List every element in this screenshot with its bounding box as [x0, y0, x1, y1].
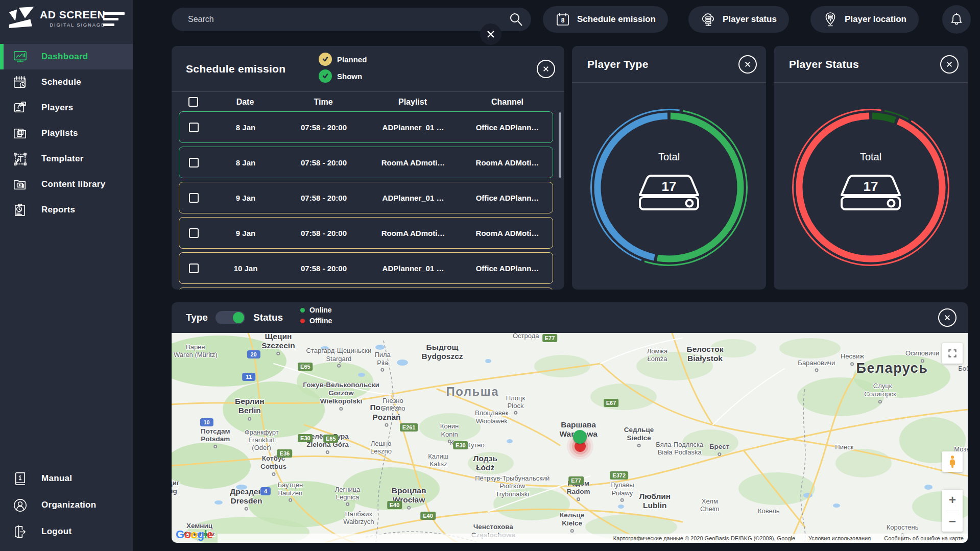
sidebar-item-reports[interactable]: Reports	[0, 197, 133, 223]
schedule-row[interactable]: 10 Jan07:58 - 20:00 ADPlanner_01 …Office…	[179, 252, 553, 284]
map-city-label: Пинск	[835, 443, 853, 451]
map-fullscreen-button[interactable]	[942, 343, 963, 364]
map-city-label: Кельце Kielce	[560, 511, 584, 533]
sidebar-item-organization[interactable]: Organization	[0, 492, 133, 518]
schedule-emission-label: Schedule emission	[577, 14, 656, 25]
close-icon	[946, 61, 953, 68]
logout-icon	[12, 524, 28, 540]
menu-toggle-icon[interactable]	[103, 12, 125, 29]
schedule-scrollbar[interactable]	[559, 112, 561, 178]
row-checkbox[interactable]	[189, 228, 199, 238]
topbar: 8 Schedule emission Player status Player…	[133, 0, 980, 39]
zoom-out-button[interactable]: −	[942, 511, 963, 532]
player-status-total-label: Total	[860, 151, 881, 162]
map-attribution: Картографические данные © 2020 GeoBasis-…	[218, 534, 968, 543]
map-city-label: Острода	[513, 333, 539, 340]
close-player-status-button[interactable]	[940, 55, 959, 74]
attribution-report-link[interactable]: Сообщить об ошибке на карте	[884, 535, 964, 541]
toggle-knob	[233, 312, 244, 323]
sidebar-item-logout[interactable]: Logout	[0, 518, 133, 545]
search-icon[interactable]	[508, 11, 524, 28]
map-zoom-control: + −	[942, 490, 963, 532]
close-schedule-panel-button[interactable]	[537, 60, 555, 78]
attribution-terms-link[interactable]: Условия использования	[808, 535, 871, 541]
road-shield: 4	[260, 487, 271, 495]
calendar-icon: 8	[555, 12, 570, 27]
column-playlist: Playlist	[364, 98, 462, 107]
close-player-type-button[interactable]	[738, 55, 757, 74]
attribution-data: Картографические данные © 2020 GeoBasis-…	[613, 535, 795, 541]
player-device-icon: 17	[842, 176, 900, 209]
road-shield: E77	[568, 476, 584, 485]
close-icon	[542, 65, 549, 73]
player-location-map-panel: Type Status Online Offline	[172, 302, 968, 543]
reports-icon	[12, 202, 28, 218]
schedule-row[interactable]	[179, 288, 553, 290]
row-checkbox[interactable]	[189, 123, 199, 132]
notifications-button[interactable]	[942, 5, 971, 34]
sidebar-item-content-library[interactable]: Content library	[0, 172, 133, 197]
online-marker-icon	[573, 430, 587, 444]
sidebar-item-templater[interactable]: Templater	[0, 146, 133, 172]
player-status-donut-chart: Total 17	[774, 83, 968, 290]
player-status-label: Player status	[723, 14, 777, 25]
type-toggle-label: Type	[186, 302, 208, 333]
legend-shown: Shown	[319, 69, 367, 83]
online-dot-icon	[300, 308, 305, 313]
road-shield: E30	[298, 434, 313, 442]
map-city-label: Кутно	[467, 441, 484, 449]
select-all-checkbox[interactable]	[188, 97, 198, 107]
clear-search-button[interactable]	[480, 23, 501, 45]
player-type-total-value: 17	[662, 179, 677, 194]
sidebar-menu: DashboardSchedulePlayersPlaylistsTemplat…	[0, 44, 133, 223]
close-icon	[744, 61, 751, 68]
svg-text:8: 8	[561, 17, 565, 24]
player-type-total-label: Total	[658, 151, 680, 162]
map-city-label: Плоцк Płock	[506, 394, 525, 415]
zoom-in-button[interactable]: +	[942, 490, 963, 511]
schedule-rows: 8 Jan07:58 - 20:00 ADPlanner_01 …Office …	[172, 111, 564, 290]
sidebar-item-dashboard[interactable]: Dashboard	[0, 44, 133, 69]
schedule-panel-header: Schedule emission Planned Shown	[172, 46, 564, 92]
player-status-button[interactable]: Player status	[688, 6, 789, 33]
map-city-label: Ломжа Łomża	[647, 347, 668, 363]
road-shield: E30	[453, 441, 468, 449]
schedule-emission-button[interactable]: 8 Schedule emission	[543, 6, 668, 33]
schedule-row[interactable]: 8 Jan07:58 - 20:00 ADPlanner_01 …Office …	[179, 111, 553, 143]
player-location-button[interactable]: Player location	[810, 6, 919, 33]
row-checkbox[interactable]	[189, 263, 199, 273]
map-city-label: Польша	[446, 385, 499, 399]
street-view-pegman-button[interactable]	[942, 451, 963, 472]
schedule-row[interactable]: 9 Jan07:58 - 20:00 RoomA ADmoti…RoomA AD…	[179, 217, 553, 249]
brand-tagline: DIGITAL SIGNAGE	[40, 22, 105, 28]
row-checkbox[interactable]	[189, 158, 199, 167]
road-shield: E65	[298, 363, 313, 371]
sidebar-item-players[interactable]: Players	[0, 95, 133, 121]
type-status-toggle[interactable]	[216, 311, 245, 324]
map-city-label: Бяла-Подляска Biała Podlaska	[656, 441, 703, 457]
row-checkbox[interactable]	[189, 193, 199, 203]
map-city-label: Осиповичи	[905, 350, 939, 363]
shown-check-icon	[319, 69, 332, 83]
player-location-label: Player location	[845, 14, 906, 25]
schedule-row[interactable]: 8 Jan07:58 - 20:00 RoomA ADmoti…RoomA AD…	[179, 147, 553, 178]
map-city-label: Пётркув-Трыбунальский Piotrków Trybunals…	[475, 474, 549, 498]
status-toggle-label: Status	[253, 302, 283, 333]
sidebar-footer-menu: ManualOrganizationLogout	[0, 465, 133, 545]
close-map-panel-button[interactable]	[938, 308, 957, 327]
dashboard-icon	[12, 49, 28, 65]
player-type-donut-chart: Total 17	[572, 83, 766, 290]
google-map[interactable]: Щецин SzczecinВарен Waren (Müritz)Старга…	[172, 333, 968, 543]
column-channel: Channel	[462, 98, 553, 107]
legend-planned: Planned	[319, 53, 367, 66]
map-city-label: Гожув-Велькопольски Gorzów Wielkopolski	[303, 381, 379, 411]
brand-logo: AD SCREEN DIGITAL SIGNAGE	[8, 6, 105, 30]
sidebar-item-manual[interactable]: Manual	[0, 465, 133, 492]
sidebar-item-schedule[interactable]: Schedule	[0, 69, 133, 95]
search-input[interactable]	[172, 8, 531, 31]
playlists-icon	[12, 126, 28, 141]
sidebar-item-playlists[interactable]: Playlists	[0, 121, 133, 146]
legend-online: Online	[300, 306, 332, 314]
pegman-icon	[947, 455, 958, 468]
schedule-row[interactable]: 9 Jan07:58 - 20:00 ADPlanner_01 …Office …	[179, 182, 553, 213]
